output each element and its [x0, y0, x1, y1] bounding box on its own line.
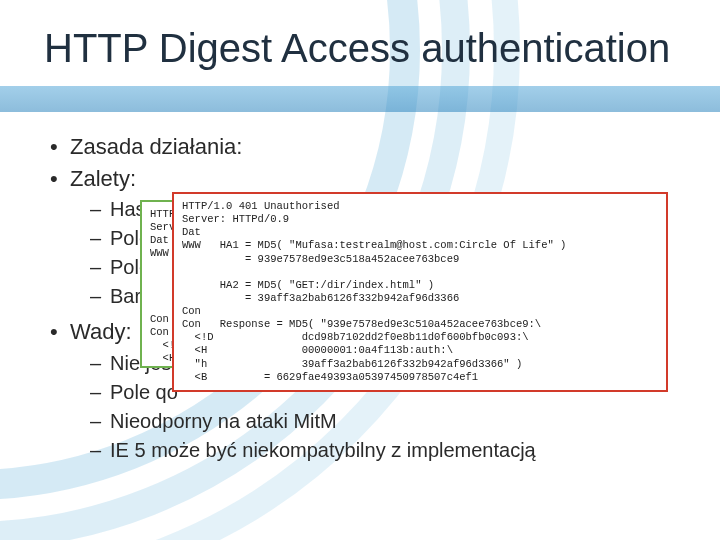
list-item: Zasada działania:	[48, 132, 668, 162]
code-box-red: HTTP/1.0 401 Unauthorised Server: HTTPd/…	[172, 192, 668, 392]
bullet-text: Nieodporny na ataki MitM	[110, 410, 337, 432]
bullet-text: Zasada działania:	[70, 134, 242, 159]
bullet-text: IE 5 może być niekompatybilny z implemen…	[110, 439, 536, 461]
title-banner	[0, 86, 720, 112]
slide: HTTP Digest Access authentication Zasada…	[0, 0, 720, 540]
list-item: IE 5 może być niekompatybilny z implemen…	[70, 436, 668, 465]
bullet-text: Zalety:	[70, 166, 136, 191]
page-title: HTTP Digest Access authentication	[44, 26, 684, 71]
list-item: Nieodporny na ataki MitM	[70, 407, 668, 436]
bullet-text: Pole qo	[110, 381, 178, 403]
bullet-text: Wady:	[70, 319, 132, 344]
